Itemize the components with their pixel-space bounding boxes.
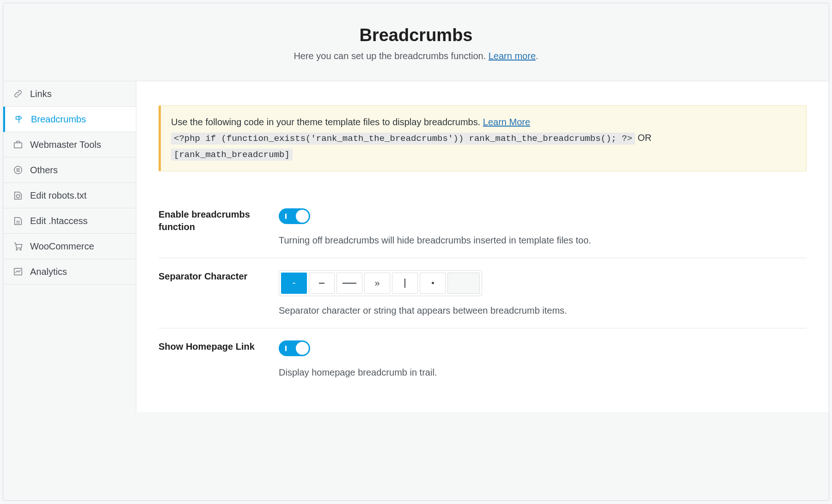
page-header: Breadcrumbs Here you can set up the brea…	[3, 3, 829, 81]
file-shield-icon	[12, 190, 24, 201]
page-subtitle: Here you can set up the breadcrumbs func…	[14, 51, 818, 61]
file-icon	[12, 215, 24, 226]
separator-option-dot[interactable]	[420, 273, 446, 294]
setting-label: Enable breadcrumbs function	[159, 208, 269, 246]
php-snippet: <?php if (function_exists('rank_math_the…	[171, 133, 635, 145]
separator-option-emdash[interactable]	[336, 273, 362, 294]
signpost-icon	[13, 114, 24, 125]
sidebar-item-robots[interactable]: Edit robots.txt	[3, 183, 136, 208]
sidebar-item-webmaster[interactable]: Webmaster Tools	[3, 132, 136, 158]
sidebar-item-label: Others	[30, 165, 58, 176]
code-notice: Use the following code in your theme tem…	[159, 105, 807, 171]
setting-enable-breadcrumbs: Enable breadcrumbs function Turning off …	[159, 196, 807, 258]
settings-sidebar: Links Breadcrumbs Webmaster Tools Others	[3, 81, 136, 412]
layout: Links Breadcrumbs Webmaster Tools Others	[3, 81, 829, 412]
chart-icon	[12, 266, 24, 277]
setting-label: Separator Character	[159, 270, 269, 316]
svg-point-7	[16, 249, 18, 250]
separator-option-raquo[interactable]: »	[364, 273, 390, 294]
shortcode-snippet: [rank_math_breadcrumb]	[171, 149, 293, 161]
page-title: Breadcrumbs	[14, 25, 818, 45]
sidebar-item-label: Analytics	[30, 267, 67, 277]
sidebar-item-label: Webmaster Tools	[30, 140, 101, 150]
sidebar-item-links[interactable]: Links	[3, 81, 136, 107]
separator-options: - »	[279, 270, 482, 296]
sidebar-item-label: Links	[30, 89, 52, 99]
sidebar-item-analytics[interactable]: Analytics	[3, 259, 136, 285]
learn-more-link[interactable]: Learn more	[489, 51, 536, 61]
sidebar-item-others[interactable]: Others	[3, 158, 136, 183]
svg-point-8	[20, 249, 21, 250]
sidebar-item-label: WooCommerce	[30, 241, 94, 252]
setting-desc: Separator character or string that appea…	[279, 305, 807, 316]
separator-option-endash[interactable]	[309, 273, 335, 294]
sidebar-item-label: Edit robots.txt	[30, 190, 86, 201]
sidebar-item-label: Edit .htaccess	[30, 216, 88, 226]
separator-option-hyphen[interactable]: -	[281, 273, 307, 294]
settings-content: Use the following code in your theme tem…	[136, 81, 829, 412]
link-icon	[12, 88, 24, 99]
setting-separator: Separator Character - » Separator charac…	[159, 258, 807, 328]
setting-desc: Turning off breadcrumbs will hide breadc…	[279, 235, 807, 246]
sidebar-item-label: Breadcrumbs	[31, 114, 86, 125]
list-icon	[12, 164, 24, 176]
show-homepage-toggle[interactable]	[279, 340, 310, 356]
briefcase-icon	[12, 139, 24, 150]
separator-option-pipe[interactable]	[392, 273, 418, 294]
separator-option-custom[interactable]	[447, 273, 480, 294]
sidebar-item-htaccess[interactable]: Edit .htaccess	[3, 208, 136, 234]
svg-rect-0	[14, 143, 22, 148]
setting-label: Show Homepage Link	[159, 340, 269, 378]
enable-breadcrumbs-toggle[interactable]	[279, 208, 310, 224]
sidebar-item-breadcrumbs[interactable]: Breadcrumbs	[3, 107, 136, 132]
setting-show-homepage: Show Homepage Link Display homepage brea…	[159, 328, 807, 390]
settings-card: Breadcrumbs Here you can set up the brea…	[3, 3, 829, 501]
sidebar-item-woocommerce[interactable]: WooCommerce	[3, 234, 136, 259]
notice-learn-more-link[interactable]: Learn More	[483, 117, 530, 127]
setting-desc: Display homepage breadcrumb in trail.	[279, 367, 807, 378]
cart-icon	[12, 241, 24, 252]
